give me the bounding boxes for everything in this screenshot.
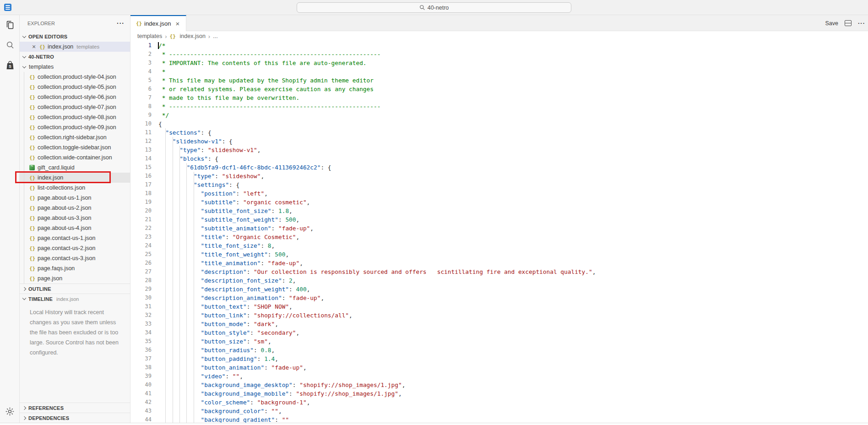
- json-file-icon: {}: [29, 215, 38, 221]
- code-line-5[interactable]: 5 * This file may be updated by the Shop…: [130, 76, 868, 85]
- section-workspace-40-netro[interactable]: 40-NETRO: [20, 52, 130, 62]
- shopify-icon[interactable]: S: [0, 55, 20, 76]
- code-line-43[interactable]: 43 "background_color": "",: [130, 407, 868, 415]
- editor-more-actions-icon[interactable]: ···: [858, 20, 865, 27]
- code-line-2[interactable]: 2 * ------------------------------------…: [130, 50, 868, 59]
- file-item-collection.product-style-04.json[interactable]: {}collection.product-style-04.json: [20, 72, 130, 82]
- settings-gear-icon[interactable]: [0, 401, 20, 421]
- code-line-38[interactable]: 38 "button_animation": "fade-up",: [130, 363, 868, 372]
- code-line-35[interactable]: 35 "button_size": "sm",: [130, 337, 868, 346]
- search-box[interactable]: 40-netro: [297, 2, 571, 13]
- code-line-34[interactable]: 34 "button_style": "secondary",: [130, 328, 868, 337]
- file-item-page.contact-us-2.json[interactable]: {}page.contact-us-2.json: [20, 243, 130, 253]
- code-line-4[interactable]: 4 *: [130, 67, 868, 76]
- file-item-page.faqs.json[interactable]: {}page.faqs.json: [20, 263, 130, 273]
- code-line-39[interactable]: 39 "video": "",: [130, 372, 868, 381]
- code-line-16[interactable]: 16 "type": "slideshow",: [130, 172, 868, 180]
- file-item-collection.wide-container.json[interactable]: {}collection.wide-container.json: [20, 153, 130, 163]
- code-line-22[interactable]: 22 "subtitle_animation": "fade-up",: [130, 224, 868, 233]
- file-name: page.contact-us-1.json: [38, 235, 95, 241]
- code-line-32[interactable]: 32 "button_link": "shopify://collections…: [130, 311, 868, 320]
- code-line-3[interactable]: 3 * IMPORTANT: The contents of this file…: [130, 59, 868, 67]
- file-name: collection.product-style-08.json: [38, 114, 116, 120]
- file-item-collection.product-style-05.json[interactable]: {}collection.product-style-05.json: [20, 82, 130, 92]
- code-line-18[interactable]: 18 "position": "left",: [130, 189, 868, 198]
- line-number: 40: [130, 381, 152, 389]
- file-item-collection.right-sidebar.json[interactable]: {}collection.right-sidebar.json: [20, 132, 130, 142]
- file-item-page.about-us-2.json[interactable]: {}page.about-us-2.json: [20, 203, 130, 213]
- code-line-13[interactable]: 13 "type": "slideshow-v1",: [130, 146, 868, 154]
- code-line-30[interactable]: 30 "description_animation": "fade-up",: [130, 294, 868, 302]
- code-editor[interactable]: 1/*2 * ---------------------------------…: [130, 41, 868, 425]
- code-line-1[interactable]: 1/*: [130, 41, 868, 50]
- code-line-11[interactable]: 11 "sections": {: [130, 128, 868, 137]
- code-line-10[interactable]: 10{: [130, 120, 868, 128]
- file-item-gift_card.liquid[interactable]: gift_card.liquid: [20, 163, 130, 173]
- file-item-index.json[interactable]: {}index.json: [20, 173, 130, 183]
- close-icon[interactable]: ×: [32, 43, 39, 50]
- code-line-21[interactable]: 21 "subtitle_font_weight": 500,: [130, 215, 868, 224]
- section-open-editors[interactable]: OPEN EDITORS: [20, 32, 130, 42]
- code-line-33[interactable]: 33 "button_mode": "dark",: [130, 320, 868, 328]
- file-item-list-collections.json[interactable]: {}list-collections.json: [20, 183, 130, 193]
- file-item-page.contact-us-1.json[interactable]: {}page.contact-us-1.json: [20, 233, 130, 243]
- breadcrumb-tail[interactable]: ...: [213, 33, 217, 39]
- breadcrumb-folder[interactable]: templates: [137, 33, 162, 39]
- section-outline[interactable]: OUTLINE: [20, 283, 130, 294]
- code-line-40[interactable]: 40 "background_image_desktop": "shopify:…: [130, 381, 868, 389]
- code-text: "button_animation": "fade-up",: [152, 363, 307, 372]
- tab-close-icon[interactable]: ×: [176, 20, 180, 27]
- code-line-17[interactable]: 17 "settings": {: [130, 180, 868, 189]
- line-number: 25: [130, 250, 152, 259]
- section-dependencies[interactable]: DEPENDENCIES: [20, 413, 130, 423]
- open-editor-item-index-json[interactable]: × {} index.json templates: [20, 42, 130, 52]
- file-name: collection.product-style-09.json: [38, 124, 116, 131]
- code-line-8[interactable]: 8 * ------------------------------------…: [130, 102, 868, 111]
- search-sidebar-icon[interactable]: [0, 35, 20, 55]
- file-item-page.about-us-4.json[interactable]: {}page.about-us-4.json: [20, 223, 130, 233]
- breadcrumb-file[interactable]: index.json: [180, 33, 206, 39]
- tab-index-json[interactable]: {} index.json ×: [130, 15, 186, 31]
- code-line-15[interactable]: 15 "61db5fa9-dcf1-46fc-8bdc-4113692462c2…: [130, 163, 868, 172]
- explorer-files-icon[interactable]: [0, 15, 20, 35]
- code-line-42[interactable]: 42 "color_scheme": "background-1",: [130, 398, 868, 407]
- code-line-27[interactable]: 27 "description": "Our collection is res…: [130, 267, 868, 276]
- code-line-24[interactable]: 24 "title_font_size": 8,: [130, 241, 868, 250]
- code-line-37[interactable]: 37 "button_padding": 1.4,: [130, 354, 868, 363]
- code-line-26[interactable]: 26 "title_animation": "fade-up",: [130, 259, 868, 267]
- code-line-19[interactable]: 19 "subtitle": "organic cosmetic",: [130, 198, 868, 207]
- code-line-9[interactable]: 9 */: [130, 111, 868, 120]
- section-timeline[interactable]: TIMELINE index.json: [20, 294, 130, 304]
- file-item-collection.product-style-07.json[interactable]: {}collection.product-style-07.json: [20, 102, 130, 112]
- split-editor-icon[interactable]: [845, 20, 852, 26]
- file-item-collection.product-style-06.json[interactable]: {}collection.product-style-06.json: [20, 92, 130, 102]
- app-menu-icon[interactable]: [4, 4, 11, 11]
- folder-templates[interactable]: templates: [20, 62, 130, 72]
- code-line-25[interactable]: 25 "title_font_weight": 500,: [130, 250, 868, 259]
- code-line-23[interactable]: 23 "title": "Organic Cosmetic",: [130, 233, 868, 241]
- file-tree: {}collection.product-style-04.json{}coll…: [20, 72, 130, 283]
- code-line-36[interactable]: 36 "button_radius": 0.8,: [130, 346, 868, 354]
- section-references[interactable]: REFERENCES: [20, 403, 130, 413]
- file-item-page.json[interactable]: {}page.json: [20, 273, 130, 283]
- code-line-31[interactable]: 31 "button_text": "SHOP NOW",: [130, 302, 868, 311]
- code-line-29[interactable]: 29 "description_font_weight": 400,: [130, 285, 868, 294]
- code-line-41[interactable]: 41 "background_image_mobile": "shopify:/…: [130, 389, 868, 398]
- file-item-collection.product-style-09.json[interactable]: {}collection.product-style-09.json: [20, 122, 130, 132]
- file-item-collection.toggle-sidebar.json[interactable]: {}collection.toggle-sidebar.json: [20, 142, 130, 153]
- file-item-page.contact-us-3.json[interactable]: {}page.contact-us-3.json: [20, 253, 130, 263]
- code-line-14[interactable]: 14 "blocks": {: [130, 154, 868, 163]
- code-line-28[interactable]: 28 "description_font_size": 2,: [130, 276, 868, 285]
- code-line-12[interactable]: 12 "slideshow-v1": {: [130, 137, 868, 146]
- code-line-6[interactable]: 6 * or related systems. Please exercise …: [130, 85, 868, 93]
- file-item-page.about-us-1.json[interactable]: {}page.about-us-1.json: [20, 193, 130, 203]
- line-number: 28: [130, 276, 152, 285]
- file-item-page.about-us-3.json[interactable]: {}page.about-us-3.json: [20, 213, 130, 223]
- code-line-7[interactable]: 7 * made to this file may be overwritten…: [130, 93, 868, 102]
- code-line-20[interactable]: 20 "subtitle_font_size": 1.8,: [130, 207, 868, 215]
- save-button[interactable]: Save: [825, 20, 839, 27]
- file-item-collection.product-style-08.json[interactable]: {}collection.product-style-08.json: [20, 112, 130, 122]
- json-file-icon: {}: [29, 84, 38, 90]
- line-number: 4: [130, 67, 152, 76]
- explorer-more-actions-icon[interactable]: ···: [117, 20, 125, 27]
